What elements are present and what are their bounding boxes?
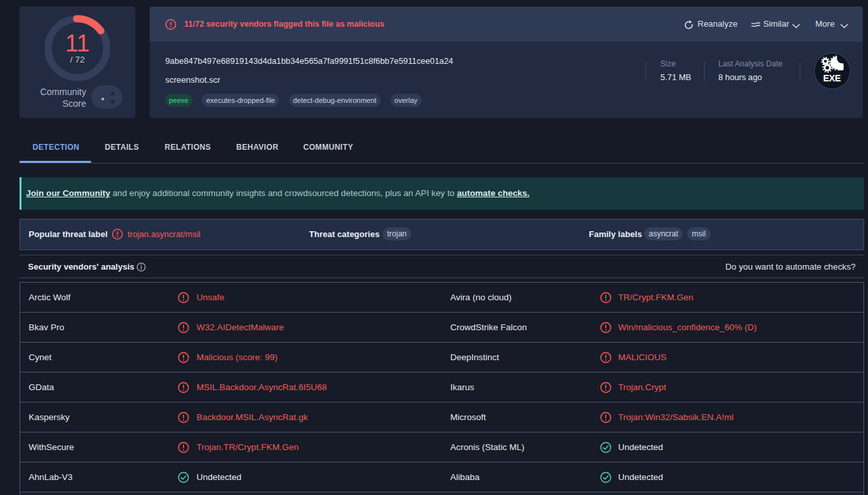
svg-text:EXE: EXE (823, 73, 841, 83)
